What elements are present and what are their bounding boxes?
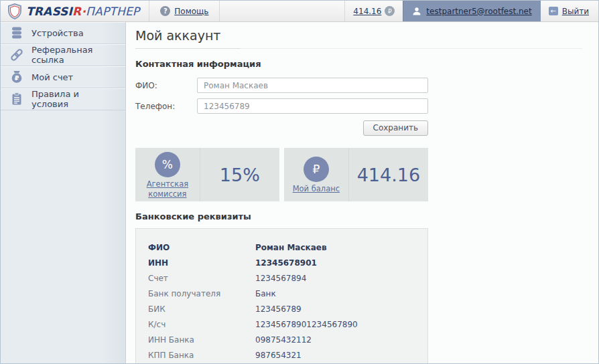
commission-link[interactable]: Агентская комиссия [135, 179, 200, 199]
shield-logo-icon [7, 3, 22, 19]
referral-link-icon [9, 48, 24, 62]
terms-icon [9, 92, 24, 106]
bank-detail-value: 09875432112 [255, 335, 312, 345]
ruble-icon: ₽ [385, 6, 395, 16]
bank-detail-label: Счет [148, 274, 255, 283]
bank-detail-row: Банк получателя Банк [148, 286, 415, 302]
phone-form-row: Телефон: [135, 98, 428, 114]
bank-detail-value: Банк [255, 289, 276, 298]
sidebar-item-label: Реферальная ссылка [31, 45, 119, 65]
svg-text:₽: ₽ [15, 74, 19, 82]
header-right: 414.16 ₽ testpartner5@rootfest.net ← Вый… [344, 1, 598, 21]
bank-detail-row: ФИО Роман Маскаев [148, 240, 415, 256]
help-icon: ? [160, 6, 170, 16]
sidebar-item-my-account[interactable]: ₽ Мой счет [1, 66, 125, 88]
fio-input[interactable] [197, 78, 428, 93]
phone-label: Телефон: [135, 102, 197, 111]
sidebar-item-label: Мой счет [31, 72, 73, 82]
balance-value: 414.16 [349, 148, 428, 201]
bank-detail-row: ИНН 12345678901 [148, 256, 415, 271]
sidebar-item-label: Правила и условия [31, 89, 119, 109]
my-balance-link[interactable]: Мой баланс [293, 184, 340, 194]
title-divider: Мой аккаунт [135, 22, 582, 49]
balance-link[interactable]: 414.16 [353, 7, 381, 16]
bank-detail-row: К/сч 12345678901234567890 [148, 317, 415, 333]
sidebar-item-label: Устройства [31, 28, 84, 38]
fio-form-row: ФИО: [135, 78, 428, 93]
bank-detail-label: ФИО [148, 243, 255, 252]
sidebar-item-terms[interactable]: Правила и условия [1, 88, 125, 110]
top-header: TRASSIR·ПАРТНЕР ? Помощь 414.16 ₽ testpa… [1, 1, 598, 22]
phone-input[interactable] [197, 98, 428, 114]
bank-detail-row: КПП Банка 987654321 [148, 348, 415, 363]
bank-details-box: ФИО Роман Маскаев ИНН 12345678901 Счет 1… [135, 228, 428, 364]
bank-detail-label: К/сч [148, 320, 255, 329]
logout-icon: ← [549, 7, 558, 15]
bank-detail-label: Банк получателя [148, 289, 255, 298]
user-account-button[interactable]: testpartner5@rootfest.net [403, 1, 540, 21]
commission-value: 15% [200, 148, 279, 201]
user-icon [412, 7, 421, 16]
logout-button[interactable]: ← Выйти [541, 1, 598, 21]
bank-detail-row: Счет 1234567894 [148, 271, 415, 286]
bank-detail-value: 123456789 [255, 304, 302, 314]
bank-detail-value: 1234567894 [255, 274, 306, 283]
bank-detail-row: БИК 123456789 [148, 302, 415, 317]
logout-link-label[interactable]: Выйти [562, 7, 589, 16]
contact-section-title: Контактная информация [135, 59, 428, 69]
devices-icon [9, 25, 24, 40]
logo-text: TRASSIR·ПАРТНЕР [26, 5, 139, 18]
money-bag-icon: ₽ [9, 70, 24, 84]
bank-detail-label: БИК [148, 304, 255, 314]
bank-detail-label: ИНН [148, 258, 255, 268]
commission-card: % Агентская комиссия 15% [135, 148, 279, 201]
bank-detail-row: ИНН Банка 09875432112 [148, 333, 415, 348]
save-button[interactable]: Сохранить [363, 120, 429, 136]
help-link-label[interactable]: Помощь [174, 7, 208, 16]
page-title: Мой аккаунт [135, 27, 241, 49]
bank-detail-value: Роман Маскаев [255, 243, 327, 252]
ruble-circle-icon: ₽ [304, 157, 329, 182]
bank-detail-value: 12345678901234567890 [255, 320, 358, 329]
summary-cards: % Агентская комиссия 15% ₽ Мой баланс 41… [135, 148, 428, 201]
percent-icon: % [155, 152, 180, 177]
sidebar-item-referral-link[interactable]: Реферальная ссылка [1, 44, 125, 66]
bank-section-title: Банковские реквизиты [135, 211, 428, 221]
bank-detail-label: КПП Банка [148, 351, 255, 360]
bank-detail-label: ИНН Банка [148, 335, 255, 345]
sidebar-item-devices[interactable]: Устройства [1, 22, 125, 44]
balance-card: ₽ Мой баланс 414.16 [284, 148, 428, 201]
bank-detail-value: 12345678901 [255, 258, 317, 268]
app-logo: TRASSIR·ПАРТНЕР [1, 1, 149, 21]
main-content: Мой аккаунт Контактная информация ФИО: Т… [126, 22, 598, 364]
help-button[interactable]: ? Помощь [149, 1, 220, 21]
user-email-link[interactable]: testpartner5@rootfest.net [426, 7, 531, 16]
header-balance: 414.16 ₽ [344, 1, 403, 21]
fio-label: ФИО: [135, 81, 197, 90]
bank-detail-value: 987654321 [255, 351, 302, 360]
sidebar-nav: Устройства Реферальная ссылка ₽ [1, 22, 126, 364]
